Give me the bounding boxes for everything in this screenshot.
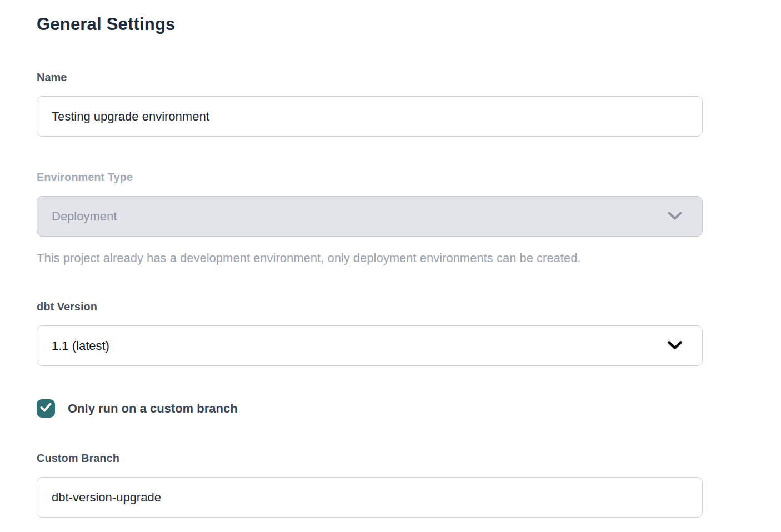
name-input[interactable] — [37, 96, 703, 137]
custom-branch-input[interactable] — [37, 477, 703, 518]
chevron-down-icon — [668, 339, 682, 353]
custom-branch-checkbox-label[interactable]: Only run on a custom branch — [68, 401, 238, 416]
chevron-down-icon — [668, 209, 682, 224]
general-settings-page: General Settings Name Environment Type D… — [0, 0, 703, 518]
environment-type-field-group: Environment Type Deployment This project… — [37, 170, 703, 266]
dbt-version-label: dbt Version — [37, 299, 703, 314]
check-icon — [40, 403, 52, 414]
environment-type-label: Environment Type — [37, 170, 703, 185]
custom-branch-label: Custom Branch — [37, 451, 703, 466]
dbt-version-field-group: dbt Version 1.1 (latest) — [37, 299, 703, 366]
custom-branch-checkbox[interactable] — [37, 399, 55, 418]
name-label: Name — [37, 70, 703, 85]
dbt-version-value: 1.1 (latest) — [52, 339, 109, 353]
page-title: General Settings — [37, 13, 703, 36]
custom-branch-checkbox-row: Only run on a custom branch — [37, 399, 703, 418]
dbt-version-select[interactable]: 1.1 (latest) — [37, 325, 703, 366]
custom-branch-field-group: Custom Branch — [37, 451, 703, 518]
environment-type-helper-text: This project already has a development e… — [37, 250, 703, 266]
environment-type-value: Deployment — [52, 209, 117, 224]
name-field-group: Name — [37, 70, 703, 137]
environment-type-select: Deployment — [37, 196, 703, 237]
